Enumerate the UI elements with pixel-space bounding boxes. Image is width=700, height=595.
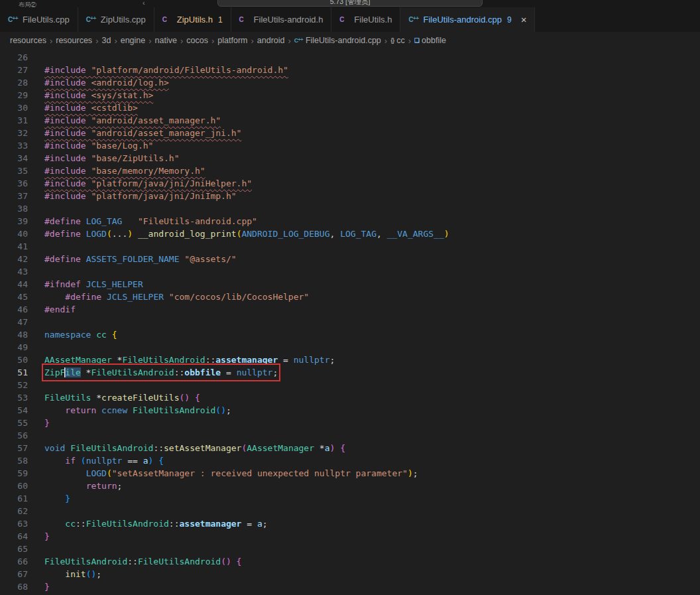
breadcrumb-item[interactable]: 3d [101,36,111,45]
back-chevron-icon[interactable]: ‹ [143,0,145,7]
editor[interactable]: 2627#include "platform/android/FileUtils… [0,49,700,595]
line-number[interactable]: 34 [0,152,28,165]
line-number[interactable]: 39 [0,215,28,228]
line-number[interactable]: 26 [0,51,28,64]
line-number[interactable]: 51 [0,366,28,379]
line-number[interactable]: 31 [0,114,28,127]
line-number[interactable]: 28 [0,76,28,89]
code-line[interactable]: 45 #define JCLS_HELPER "com/cocos/lib/Co… [0,291,700,303]
breadcrumb-item[interactable]: engine [121,36,146,45]
code-line[interactable]: 43 [0,265,700,278]
code-line[interactable]: 53FileUtils *createFileUtils() { [0,391,700,404]
line-number[interactable]: 59 [0,467,28,480]
code-line[interactable]: 65 [0,543,700,555]
code-line[interactable]: 50AAssetManager *FileUtilsAndroid::asset… [0,354,700,366]
tab-ZipUtils.h[interactable]: CZipUtils.h1 [154,7,231,32]
code-line[interactable]: 33#include "base/Log.h" [0,139,700,152]
code-line[interactable]: 36#include "platform/java/jni/JniHelper.… [0,177,700,190]
line-number[interactable]: 45 [0,291,28,303]
tab-FileUtils-android.h[interactable]: CFileUtils-android.h [231,7,332,32]
line-number[interactable]: 49 [0,341,28,354]
code-line[interactable]: 54 return ccnew FileUtilsAndroid(); [0,404,700,417]
code-line[interactable]: 55} [0,417,700,429]
line-number[interactable]: 33 [0,139,28,152]
code-line[interactable]: 31#include "android/asset_manager.h" [0,114,700,127]
line-number[interactable]: 32 [0,127,28,139]
breadcrumb-item[interactable]: resources [56,36,92,45]
line-number[interactable]: 47 [0,316,28,328]
close-icon[interactable]: × [521,14,527,25]
line-number[interactable]: 38 [0,202,28,215]
line-number[interactable]: 35 [0,165,28,177]
line-number[interactable]: 67 [0,568,28,580]
code-line[interactable]: 68} [0,580,700,593]
code-line[interactable]: 26 [0,51,700,64]
code-line[interactable]: 29#include <sys/stat.h> [0,89,700,101]
code-line[interactable]: 35#include "base/memory/Memory.h" [0,165,700,177]
line-number[interactable]: 63 [0,517,28,530]
line-number[interactable]: 41 [0,240,28,253]
code-line[interactable]: 61 } [0,492,700,505]
line-number[interactable]: 55 [0,417,28,429]
line-number[interactable]: 43 [0,265,28,278]
code-line[interactable]: 27#include "platform/android/FileUtils-a… [0,64,700,76]
command-center-search[interactable]: 5.73 [管理员] [217,0,483,7]
code-line[interactable]: 42#define ASSETS_FOLDER_NAME "@assets/" [0,253,700,265]
breadcrumb-item[interactable]: cocos [186,36,208,45]
code-line[interactable]: 64} [0,530,700,543]
line-number[interactable]: 36 [0,177,28,190]
breadcrumb-item[interactable]: {}cc [390,36,405,45]
line-number[interactable]: 56 [0,429,28,442]
line-number[interactable]: 66 [0,555,28,568]
breadcrumb-item[interactable]: ❏obbfile [414,36,446,45]
code-line[interactable]: 46#endif [0,303,700,316]
line-number[interactable]: 50 [0,354,28,366]
line-number[interactable]: 42 [0,253,28,265]
breadcrumb[interactable]: resources›resources›3d›engine›native›coc… [0,32,700,49]
code-line[interactable]: 63 cc::FileUtilsAndroid::assetmanager = … [0,517,700,530]
breadcrumb-item[interactable]: resources [10,36,46,45]
line-number[interactable]: 48 [0,328,28,341]
code-line[interactable]: 60 return; [0,480,700,492]
code-line[interactable]: 62 [0,505,700,517]
code-line[interactable]: 59 LOGD("setAssetManager : received unex… [0,467,700,480]
code-line[interactable]: 40#define LOGD(...) __android_log_print(… [0,228,700,240]
code-line[interactable]: 52 [0,379,700,391]
tab-FileUtils-android.cpp[interactable]: C⁺⁺FileUtils-android.cpp9× [400,7,535,32]
code-line[interactable]: 38 [0,202,700,215]
line-number[interactable]: 53 [0,391,28,404]
line-number[interactable]: 40 [0,228,28,240]
line-number[interactable]: 27 [0,64,28,76]
tab-FileUtils.cpp[interactable]: C⁺⁺FileUtils.cpp [0,7,78,32]
line-number[interactable]: 46 [0,303,28,316]
breadcrumb-item[interactable]: platform [217,36,247,45]
line-number[interactable]: 61 [0,492,28,505]
code-line[interactable]: 51ZipFile *FileUtilsAndroid::obbfile = n… [0,366,700,379]
code-line[interactable]: 37#include "platform/java/jni/JniImp.h" [0,190,700,202]
code-line[interactable]: 67 init(); [0,568,700,580]
line-number[interactable]: 52 [0,379,28,391]
breadcrumb-item[interactable]: android [257,36,285,45]
line-number[interactable]: 37 [0,190,28,202]
code-line[interactable]: 30#include <cstdlib> [0,101,700,114]
line-number[interactable]: 57 [0,442,28,454]
line-number[interactable]: 44 [0,278,28,291]
code-line[interactable]: 32#include "android/asset_manager_jni.h" [0,127,700,139]
code-line[interactable]: 34#include "base/ZipUtils.h" [0,152,700,165]
code-line[interactable]: 47 [0,316,700,328]
code-line[interactable]: 41 [0,240,700,253]
code-line[interactable]: 39#define LOG_TAG "FileUtils-android.cpp… [0,215,700,228]
code-line[interactable]: 44#ifndef JCLS_HELPER [0,278,700,291]
code-line[interactable]: 57void FileUtilsAndroid::setAssetManager… [0,442,700,454]
line-number[interactable]: 65 [0,543,28,555]
tab-ZipUtils.cpp[interactable]: C⁺⁺ZipUtils.cpp [78,7,154,32]
line-number[interactable]: 68 [0,580,28,593]
code-line[interactable]: 48namespace cc { [0,328,700,341]
line-number[interactable]: 64 [0,530,28,543]
code-line[interactable]: 66FileUtilsAndroid::FileUtilsAndroid() { [0,555,700,568]
tab-FileUtils.h[interactable]: CFileUtils.h [331,7,400,32]
breadcrumb-item[interactable]: native [155,36,177,45]
line-number[interactable]: 54 [0,404,28,417]
line-number[interactable]: 60 [0,480,28,492]
line-number[interactable]: 62 [0,505,28,517]
